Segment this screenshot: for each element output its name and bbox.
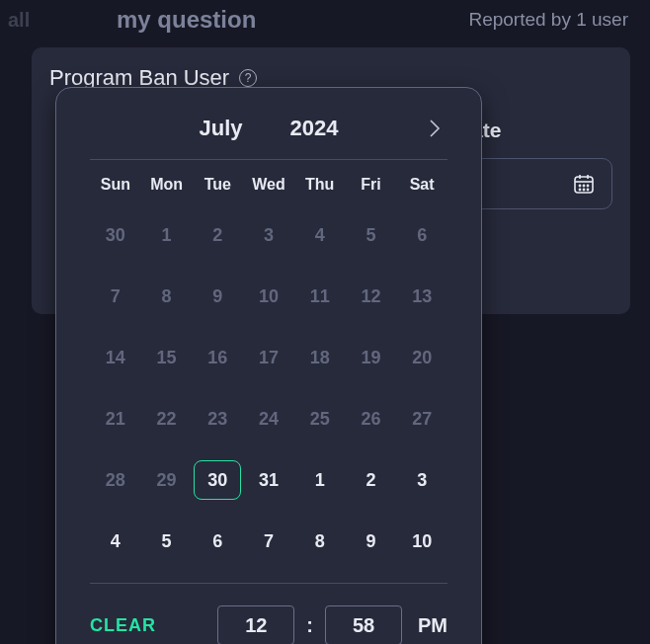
reported-by: Reported by 1 user (468, 9, 628, 31)
calendar-day[interactable]: 4 (92, 522, 139, 561)
calendar-day[interactable]: 5 (143, 522, 191, 561)
day-of-week-header: Sat (396, 176, 447, 194)
datepicker-header: July 2024 (90, 116, 447, 160)
day-of-week-header: Mon (141, 176, 193, 194)
svg-point-4 (579, 185, 580, 186)
calendar-day[interactable]: 13 (398, 277, 446, 316)
svg-point-6 (587, 185, 588, 186)
hour-input[interactable] (217, 605, 294, 644)
calendar-day[interactable]: 26 (347, 399, 394, 439)
day-of-week-header: Fri (346, 176, 397, 194)
datepicker-month[interactable]: July (200, 116, 243, 141)
calendar-day[interactable]: 21 (92, 399, 139, 439)
svg-point-7 (579, 189, 580, 190)
minute-input[interactable] (325, 605, 402, 644)
calendar-day[interactable]: 29 (143, 460, 191, 500)
svg-point-5 (583, 185, 584, 186)
calendar-day[interactable]: 22 (143, 399, 191, 439)
day-of-week-header: Tue (192, 176, 243, 194)
day-of-week-header: Sun (90, 176, 141, 194)
next-month-button[interactable] (428, 118, 442, 143)
calendar-icon (572, 172, 596, 196)
calendar-day[interactable]: 2 (194, 215, 241, 255)
day-of-week-header: Thu (294, 176, 346, 194)
calendar-day[interactable]: 27 (398, 399, 446, 439)
calendar-day[interactable]: 6 (194, 522, 241, 561)
calendar-day[interactable]: 12 (347, 277, 394, 316)
calendar-day[interactable]: 30 (92, 215, 139, 255)
calendar-day[interactable]: 15 (143, 338, 191, 377)
calendar-day[interactable]: 3 (398, 460, 446, 500)
calendar-day[interactable]: 9 (347, 522, 394, 561)
calendar-day[interactable]: 18 (296, 338, 344, 377)
calendar-day[interactable]: 4 (296, 215, 344, 255)
calendar-day[interactable]: 25 (296, 399, 344, 439)
calendar-day[interactable]: 10 (398, 522, 446, 561)
calendar-day[interactable]: 8 (296, 522, 344, 561)
calendar-day[interactable]: 17 (245, 338, 292, 377)
calendar-day[interactable]: 20 (398, 338, 446, 377)
ampm-toggle[interactable]: PM (418, 614, 447, 637)
calendar-day[interactable]: 1 (143, 215, 191, 255)
calendar-day[interactable]: 30 (194, 460, 241, 500)
time-colon: : (306, 614, 313, 637)
calendar-day[interactable]: 31 (245, 460, 292, 500)
svg-point-8 (583, 189, 584, 190)
calendar-day[interactable]: 3 (245, 215, 292, 255)
calendar-day[interactable]: 1 (296, 460, 344, 500)
svg-point-9 (587, 189, 588, 190)
calendar-day[interactable]: 6 (398, 215, 446, 255)
calendar-day[interactable]: 8 (143, 277, 191, 316)
calendar-day[interactable]: 10 (245, 277, 292, 316)
datepicker-grid: SunMonTueWedThuFriSat3012345678910111213… (90, 176, 447, 561)
scope-fragment: all (8, 9, 87, 32)
calendar-day[interactable]: 9 (194, 277, 241, 316)
calendar-day[interactable]: 7 (92, 277, 139, 316)
calendar-day[interactable]: 11 (296, 277, 344, 316)
calendar-day[interactable]: 16 (194, 338, 241, 377)
header-row: all my question Reported by 1 user (0, 0, 650, 36)
calendar-day[interactable]: 24 (245, 399, 292, 439)
help-icon[interactable]: ? (239, 69, 257, 87)
datepicker-year[interactable]: 2024 (290, 116, 339, 141)
page-title: my question (87, 6, 468, 34)
calendar-day[interactable]: 14 (92, 338, 139, 377)
calendar-day[interactable]: 7 (245, 522, 292, 561)
datepicker-time-row: CLEAR : PM (90, 583, 447, 644)
calendar-day[interactable]: 28 (92, 460, 139, 500)
clear-button[interactable]: CLEAR (90, 615, 156, 636)
day-of-week-header: Wed (243, 176, 294, 194)
calendar-day[interactable]: 23 (194, 399, 241, 439)
calendar-day[interactable]: 19 (347, 338, 394, 377)
calendar-day[interactable]: 2 (347, 460, 394, 500)
calendar-day[interactable]: 5 (347, 215, 394, 255)
datepicker-popup: July 2024 SunMonTueWedThuFriSat301234567… (55, 87, 482, 644)
